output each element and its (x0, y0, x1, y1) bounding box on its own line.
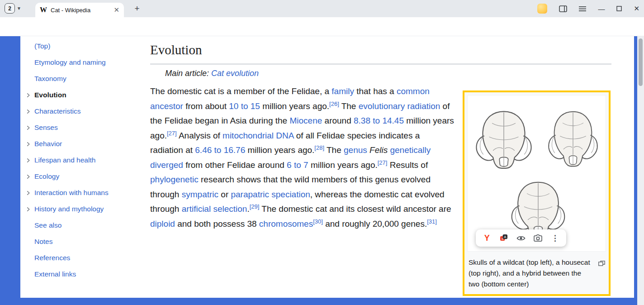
toc-item[interactable]: History and mythology (26, 201, 144, 217)
vertical-scrollbar[interactable] (637, 36, 644, 305)
toc-item-label: See also (34, 221, 62, 229)
tab-strip: 2 ▼ W Cat - Wikipedia ✕ + — ✕ (0, 0, 644, 17)
cat-skulls-drawing (468, 95, 606, 252)
chevron-right-icon[interactable] (26, 191, 34, 195)
toc-item[interactable]: References (26, 250, 144, 266)
article-link[interactable]: evolutionary radiation (359, 101, 440, 111)
toc-item[interactable]: Evolution (26, 87, 144, 103)
italic-text: Felis (369, 145, 388, 155)
toc-item[interactable]: Etymology and naming (26, 54, 144, 71)
toc-item[interactable]: Interaction with humans (26, 185, 144, 201)
new-tab-button[interactable]: + (131, 3, 143, 14)
cat-skulls-image[interactable]: Y яA ⋮ (467, 95, 606, 252)
close-window-button[interactable]: ✕ (634, 5, 639, 13)
reference-link[interactable]: [27] (378, 159, 388, 166)
toc-item[interactable]: See also (26, 217, 144, 234)
article-link[interactable]: family (331, 86, 354, 96)
toc-item-label: (Top) (34, 42, 50, 50)
chevron-right-icon[interactable] (26, 207, 34, 212)
section-heading: Evolution (150, 43, 611, 64)
yandex-logo-icon[interactable]: Y (481, 232, 493, 244)
table-of-contents: (Top) Etymology and naming Taxonomy Ev (26, 38, 144, 282)
search-by-image-icon[interactable] (532, 232, 544, 244)
chevron-down-icon[interactable]: ▼ (17, 6, 21, 11)
browser-toolbar: en.wikipedia.org Cat - Wikipedia ••• яA … (0, 17, 644, 36)
toc-item[interactable]: External links (26, 266, 144, 282)
translate-image-icon[interactable]: яA (498, 232, 510, 244)
toc-item-label: References (34, 254, 70, 262)
reference-link[interactable]: [28] (314, 144, 324, 151)
menu-icon[interactable] (579, 6, 586, 12)
article-link[interactable]: 8.38 to 14.45 (354, 116, 404, 125)
article-link[interactable]: mitochondrial DNA (223, 131, 294, 140)
article-link[interactable]: Miocene (289, 116, 322, 125)
reference-link[interactable]: [27] (167, 129, 177, 136)
article-link[interactable]: chromosomes (259, 219, 313, 229)
wikipedia-favicon: W (40, 6, 47, 14)
toc-item-label: Evolution (34, 91, 66, 99)
tab-count[interactable]: 2 (5, 3, 15, 14)
article-link[interactable]: parapatric speciation (231, 190, 310, 199)
article-link[interactable]: diploid (150, 219, 175, 229)
chevron-right-icon[interactable] (26, 109, 34, 114)
toc-item-label: Interaction with humans (34, 189, 109, 197)
toc-item[interactable]: Lifespan and health (26, 152, 144, 168)
hatnote: Main article: Cat evolution (165, 69, 612, 78)
toc-item-label: Etymology and naming (34, 58, 106, 67)
toc-item-label: Behavior (34, 140, 62, 148)
article-link[interactable]: phylogenetic (150, 175, 199, 184)
article-link[interactable]: 10 to 15 (229, 101, 260, 111)
close-tab-icon[interactable]: ✕ (114, 6, 119, 14)
more-options-icon[interactable]: ⋮ (549, 232, 561, 244)
article-link[interactable]: artificial selection (182, 204, 247, 214)
toc-item[interactable]: Notes (26, 234, 144, 250)
minimize-window-button[interactable]: — (598, 5, 605, 13)
tab-counter-button[interactable]: 2 ▼ (5, 3, 21, 14)
page-background: (Top) Etymology and naming Taxonomy Ev (0, 36, 644, 305)
enlarge-icon[interactable] (598, 258, 605, 269)
maximize-window-button[interactable] (616, 6, 622, 11)
svg-text:A: A (504, 235, 507, 239)
browser-tab[interactable]: W Cat - Wikipedia ✕ (35, 3, 124, 17)
toc-item[interactable]: (Top) (26, 38, 144, 54)
reference-link[interactable]: [29] (250, 203, 260, 210)
article-link[interactable]: sympatric (182, 190, 218, 199)
chevron-right-icon[interactable] (26, 93, 34, 98)
toc-item-label: Ecology (34, 172, 59, 181)
toc-item-label: External links (34, 270, 76, 278)
eye-icon[interactable] (515, 232, 527, 244)
toc-item-label: Characteristics (34, 107, 81, 115)
scrollbar-thumb[interactable] (639, 38, 643, 86)
article-link[interactable]: 6.46 to 16.76 (195, 145, 245, 155)
reference-link[interactable]: [26] (329, 100, 339, 107)
toc-item-label: Senses (34, 124, 58, 132)
toc-item-label: Lifespan and health (34, 156, 95, 164)
toc-item-label: History and mythology (34, 205, 104, 213)
reference-link[interactable]: [30] (313, 218, 323, 224)
figure-cat-skulls: Y яA ⋮ Skulls of a wildcat (top left), a… (463, 91, 611, 296)
side-panel-icon[interactable] (559, 5, 567, 12)
article-paragraph: The domestic cat is a member of the Feli… (150, 84, 454, 231)
tab-title: Cat - Wikipedia (51, 7, 110, 14)
article-link[interactable]: 6 to 7 (287, 160, 308, 170)
chevron-right-icon[interactable] (26, 142, 34, 147)
hatnote-prefix: Main article: (165, 69, 211, 78)
toc-item-label: Notes (34, 238, 53, 246)
toc-item[interactable]: Ecology (26, 168, 144, 185)
chevron-right-icon[interactable] (26, 158, 34, 163)
reference-link[interactable]: [31] (427, 218, 437, 224)
chevron-right-icon[interactable] (26, 125, 34, 130)
image-hover-toolbar: Y яA ⋮ (476, 229, 566, 247)
figure-caption: Skulls of a wildcat (top left), a housec… (464, 254, 609, 294)
toc-item[interactable]: Senses (26, 119, 144, 136)
toc-item[interactable]: Behavior (26, 136, 144, 152)
article-link[interactable]: genus (344, 145, 367, 155)
toc-item[interactable]: Characteristics (26, 103, 144, 119)
toc-item-label: Taxonomy (34, 75, 66, 83)
toc-item[interactable]: Taxonomy (26, 71, 144, 87)
wikipedia-content: (Top) Etymology and naming Taxonomy Ev (20, 36, 634, 298)
hatnote-link[interactable]: Cat evolution (211, 69, 259, 78)
figure-caption-text: Skulls of a wildcat (top left), a housec… (469, 258, 590, 288)
chevron-right-icon[interactable] (26, 174, 34, 179)
profile-avatar[interactable] (537, 4, 547, 14)
